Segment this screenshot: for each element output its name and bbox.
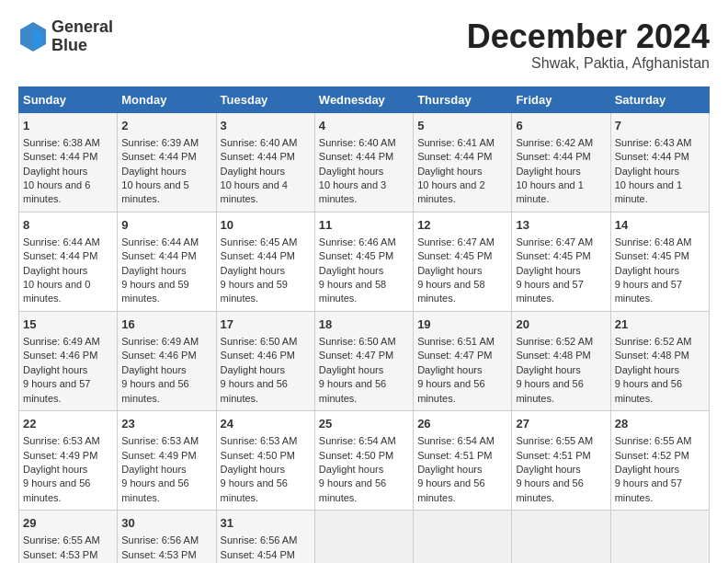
calendar-cell: 14 Sunrise: 6:48 AM Sunset: 4:45 PM Dayl… xyxy=(610,212,709,311)
calendar-cell: 23 Sunrise: 6:53 AM Sunset: 4:49 PM Dayl… xyxy=(118,411,216,511)
sunrise-label: Sunrise: 6:52 AM xyxy=(615,336,692,347)
calendar-cell xyxy=(512,511,610,563)
sunset-label: Sunset: 4:44 PM xyxy=(221,151,295,162)
sunrise-label: Sunrise: 6:55 AM xyxy=(516,435,593,446)
calendar-cell: 20 Sunrise: 6:52 AM Sunset: 4:48 PM Dayl… xyxy=(512,311,610,410)
sunrise-label: Sunrise: 6:42 AM xyxy=(516,137,593,148)
day-number: 13 xyxy=(516,217,606,234)
daylight-value: 10 hours and 3 minutes. xyxy=(319,179,386,204)
sunrise-label: Sunrise: 6:46 AM xyxy=(319,236,396,247)
day-number: 11 xyxy=(319,217,409,234)
day-number: 19 xyxy=(417,316,507,333)
sunrise-label: Sunrise: 6:55 AM xyxy=(23,534,100,546)
calendar-body: 1 Sunrise: 6:38 AM Sunset: 4:44 PM Dayli… xyxy=(19,112,710,563)
sunrise-label: Sunrise: 6:53 AM xyxy=(121,435,199,446)
sunrise-label: Sunrise: 6:51 AM xyxy=(417,336,495,347)
sunset-label: Sunset: 4:52 PM xyxy=(615,450,689,461)
sunrise-label: Sunrise: 6:55 AM xyxy=(615,435,692,446)
sunrise-label: Sunrise: 6:40 AM xyxy=(319,137,396,148)
daylight-value: 10 hours and 2 minutes. xyxy=(417,179,484,204)
sunrise-label: Sunrise: 6:38 AM xyxy=(23,137,100,148)
logo-icon xyxy=(18,20,48,53)
calendar-cell: 13 Sunrise: 6:47 AM Sunset: 4:45 PM Dayl… xyxy=(512,212,610,311)
sunset-label: Sunset: 4:50 PM xyxy=(319,450,393,461)
daylight-value: 9 hours and 57 minutes. xyxy=(516,279,583,304)
daylight-value: 9 hours and 56 minutes. xyxy=(615,378,682,403)
calendar-cell: 27 Sunrise: 6:55 AM Sunset: 4:51 PM Dayl… xyxy=(512,411,610,511)
sunrise-label: Sunrise: 6:44 AM xyxy=(121,236,199,247)
page-header: General Blue December 2024 Shwak, Paktia… xyxy=(18,18,710,72)
calendar-cell: 30 Sunrise: 6:56 AM Sunset: 4:53 PM Dayl… xyxy=(118,511,216,563)
calendar-cell: 19 Sunrise: 6:51 AM Sunset: 4:47 PM Dayl… xyxy=(414,311,512,410)
calendar-cell: 25 Sunrise: 6:54 AM Sunset: 4:50 PM Dayl… xyxy=(314,411,413,511)
sunset-label: Sunset: 4:53 PM xyxy=(121,549,196,560)
day-number: 24 xyxy=(221,416,311,432)
sunset-label: Sunset: 4:45 PM xyxy=(319,250,393,261)
calendar-cell: 22 Sunrise: 6:53 AM Sunset: 4:49 PM Dayl… xyxy=(19,411,118,511)
daylight-value: 9 hours and 57 minutes. xyxy=(23,378,90,403)
daylight-label: Daylight hours xyxy=(417,265,482,276)
daylight-value: 9 hours and 56 minutes. xyxy=(516,477,583,502)
location-title: Shwak, Paktia, Afghanistan xyxy=(467,55,710,72)
daylight-value: 9 hours and 56 minutes. xyxy=(319,477,386,502)
sunset-label: Sunset: 4:49 PM xyxy=(121,450,196,461)
daylight-value: 9 hours and 58 minutes. xyxy=(417,279,484,304)
calendar-cell: 29 Sunrise: 6:55 AM Sunset: 4:53 PM Dayl… xyxy=(19,511,118,563)
daylight-label: Daylight hours xyxy=(121,166,186,177)
day-number: 18 xyxy=(319,316,409,333)
daylight-value: 9 hours and 57 minutes. xyxy=(615,279,682,304)
daylight-label: Daylight hours xyxy=(615,464,679,475)
calendar-cell xyxy=(314,511,413,563)
month-title: December 2024 xyxy=(467,18,710,55)
sunset-label: Sunset: 4:44 PM xyxy=(319,151,393,162)
day-number: 7 xyxy=(615,118,705,134)
daylight-value: 9 hours and 59 minutes. xyxy=(121,279,188,304)
daylight-label: Daylight hours xyxy=(319,464,383,475)
daylight-value: 9 hours and 58 minutes. xyxy=(319,279,386,304)
daylight-label: Daylight hours xyxy=(516,364,580,375)
day-number: 17 xyxy=(221,316,311,333)
sunset-label: Sunset: 4:44 PM xyxy=(23,151,97,162)
sunset-label: Sunset: 4:47 PM xyxy=(417,350,492,361)
day-number: 12 xyxy=(417,217,507,234)
calendar-cell: 18 Sunrise: 6:50 AM Sunset: 4:47 PM Dayl… xyxy=(314,311,413,410)
day-number: 27 xyxy=(516,416,606,432)
day-number: 30 xyxy=(121,515,211,532)
daylight-label: Daylight hours xyxy=(516,265,580,276)
daylight-label: Daylight hours xyxy=(23,265,87,276)
sunrise-label: Sunrise: 6:50 AM xyxy=(221,336,298,347)
sunrise-label: Sunrise: 6:45 AM xyxy=(221,236,298,247)
calendar-cell: 21 Sunrise: 6:52 AM Sunset: 4:48 PM Dayl… xyxy=(610,311,709,410)
day-number: 10 xyxy=(221,217,311,234)
calendar-cell: 2 Sunrise: 6:39 AM Sunset: 4:44 PM Dayli… xyxy=(118,112,216,212)
daylight-value: 9 hours and 56 minutes. xyxy=(417,477,484,502)
day-header-monday: Monday xyxy=(118,86,216,112)
daylight-label: Daylight hours xyxy=(417,364,482,375)
daylight-label: Daylight hours xyxy=(615,166,679,177)
day-number: 2 xyxy=(121,118,211,134)
sunrise-label: Sunrise: 6:49 AM xyxy=(121,336,199,347)
day-number: 28 xyxy=(615,416,705,432)
sunset-label: Sunset: 4:54 PM xyxy=(221,549,295,560)
daylight-value: 9 hours and 56 minutes. xyxy=(121,477,188,502)
sunrise-label: Sunrise: 6:44 AM xyxy=(23,236,100,247)
calendar-cell: 11 Sunrise: 6:46 AM Sunset: 4:45 PM Dayl… xyxy=(314,212,413,311)
daylight-label: Daylight hours xyxy=(319,166,383,177)
daylight-label: Daylight hours xyxy=(221,364,285,375)
day-number: 6 xyxy=(516,118,606,134)
calendar-header: SundayMondayTuesdayWednesdayThursdayFrid… xyxy=(19,86,710,112)
daylight-value: 9 hours and 56 minutes. xyxy=(319,378,386,403)
sunset-label: Sunset: 4:45 PM xyxy=(516,250,590,261)
sunset-label: Sunset: 4:49 PM xyxy=(23,450,97,461)
sunset-label: Sunset: 4:50 PM xyxy=(221,450,295,461)
calendar-cell: 10 Sunrise: 6:45 AM Sunset: 4:44 PM Dayl… xyxy=(216,212,314,311)
calendar-cell: 4 Sunrise: 6:40 AM Sunset: 4:44 PM Dayli… xyxy=(314,112,413,212)
day-number: 4 xyxy=(319,118,409,134)
sunrise-label: Sunrise: 6:47 AM xyxy=(417,236,495,247)
sunset-label: Sunset: 4:44 PM xyxy=(23,250,97,261)
calendar-cell: 16 Sunrise: 6:49 AM Sunset: 4:46 PM Dayl… xyxy=(118,311,216,410)
sunset-label: Sunset: 4:48 PM xyxy=(516,350,590,361)
day-number: 1 xyxy=(23,118,113,134)
sunset-label: Sunset: 4:47 PM xyxy=(319,350,393,361)
day-header-friday: Friday xyxy=(512,86,610,112)
